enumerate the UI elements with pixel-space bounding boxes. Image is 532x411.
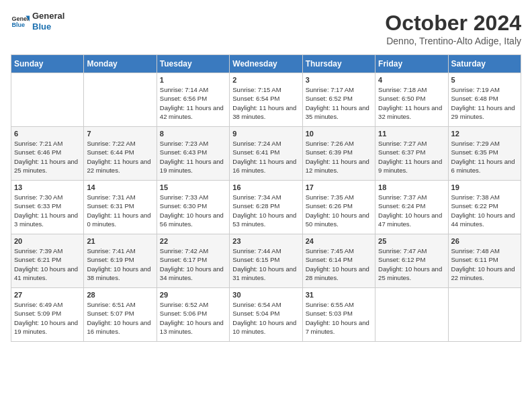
page-header: General Blue General Blue October 2024 D… [11,11,521,46]
weekday-header-monday: Monday [84,55,157,73]
day-info: Sunrise: 7:44 AM Sunset: 6:15 PM Dayligh… [232,246,299,282]
weekday-header-friday: Friday [375,55,448,73]
calendar-cell: 26Sunrise: 7:48 AM Sunset: 6:11 PM Dayli… [448,234,521,288]
day-number: 21 [87,237,153,245]
day-info: Sunrise: 7:35 AM Sunset: 6:26 PM Dayligh… [306,193,372,228]
day-number: 8 [160,130,226,138]
day-number: 5 [451,76,518,84]
day-number: 13 [14,183,81,191]
day-number: 16 [232,183,299,191]
day-number: 9 [232,130,299,138]
day-number: 12 [451,130,518,138]
day-number: 4 [378,76,445,84]
day-info: Sunrise: 7:23 AM Sunset: 6:43 PM Dayligh… [160,139,226,175]
day-number: 1 [160,76,226,84]
day-info: Sunrise: 7:18 AM Sunset: 6:50 PM Dayligh… [378,85,445,121]
calendar-cell: 15Sunrise: 7:33 AM Sunset: 6:30 PM Dayli… [157,181,229,234]
calendar-table: SundayMondayTuesdayWednesdayThursdayFrid… [11,54,521,342]
day-info: Sunrise: 7:14 AM Sunset: 6:56 PM Dayligh… [160,85,226,121]
calendar-cell: 2Sunrise: 7:15 AM Sunset: 6:54 PM Daylig… [230,73,302,127]
calendar-cell: 30Sunrise: 6:54 AM Sunset: 5:04 PM Dayli… [230,288,302,342]
weekday-header-row: SundayMondayTuesdayWednesdayThursdayFrid… [11,55,521,73]
day-number: 26 [451,237,518,245]
day-number: 31 [306,291,372,299]
calendar-week-4: 20Sunrise: 7:39 AM Sunset: 6:21 PM Dayli… [11,234,521,288]
calendar-week-3: 13Sunrise: 7:30 AM Sunset: 6:33 PM Dayli… [11,181,521,234]
day-info: Sunrise: 7:47 AM Sunset: 6:12 PM Dayligh… [378,246,445,282]
day-number: 15 [160,183,226,191]
calendar-cell: 16Sunrise: 7:34 AM Sunset: 6:28 PM Dayli… [230,181,302,234]
calendar-cell: 13Sunrise: 7:30 AM Sunset: 6:33 PM Dayli… [11,181,84,234]
day-info: Sunrise: 6:51 AM Sunset: 5:07 PM Dayligh… [87,300,153,336]
day-info: Sunrise: 7:21 AM Sunset: 6:46 PM Dayligh… [14,139,81,175]
day-number: 14 [87,183,153,191]
logo-icon: General Blue [11,12,30,31]
day-info: Sunrise: 6:55 AM Sunset: 5:03 PM Dayligh… [306,300,372,336]
calendar-cell: 19Sunrise: 7:38 AM Sunset: 6:22 PM Dayli… [448,181,521,234]
day-number: 28 [87,291,153,299]
calendar-cell: 20Sunrise: 7:39 AM Sunset: 6:21 PM Dayli… [11,234,84,288]
day-info: Sunrise: 7:26 AM Sunset: 6:39 PM Dayligh… [306,139,372,175]
calendar-cell: 28Sunrise: 6:51 AM Sunset: 5:07 PM Dayli… [84,288,157,342]
calendar-cell: 14Sunrise: 7:31 AM Sunset: 6:31 PM Dayli… [84,181,157,234]
day-number: 24 [306,237,372,245]
day-number: 25 [378,237,445,245]
day-info: Sunrise: 7:24 AM Sunset: 6:41 PM Dayligh… [232,139,299,175]
day-info: Sunrise: 7:41 AM Sunset: 6:19 PM Dayligh… [87,246,153,282]
calendar-cell: 25Sunrise: 7:47 AM Sunset: 6:12 PM Dayli… [375,234,448,288]
calendar-cell: 8Sunrise: 7:23 AM Sunset: 6:43 PM Daylig… [157,127,229,181]
day-info: Sunrise: 7:42 AM Sunset: 6:17 PM Dayligh… [160,246,226,282]
calendar-cell: 6Sunrise: 7:21 AM Sunset: 6:46 PM Daylig… [11,127,84,181]
day-info: Sunrise: 7:15 AM Sunset: 6:54 PM Dayligh… [232,85,299,121]
calendar-cell: 17Sunrise: 7:35 AM Sunset: 6:26 PM Dayli… [302,181,375,234]
day-number: 11 [378,130,445,138]
calendar-cell: 10Sunrise: 7:26 AM Sunset: 6:39 PM Dayli… [302,127,375,181]
calendar-cell: 11Sunrise: 7:27 AM Sunset: 6:37 PM Dayli… [375,127,448,181]
calendar-cell [448,288,521,342]
calendar-cell: 18Sunrise: 7:37 AM Sunset: 6:24 PM Dayli… [375,181,448,234]
day-info: Sunrise: 7:38 AM Sunset: 6:22 PM Dayligh… [451,193,518,228]
calendar-week-5: 27Sunrise: 6:49 AM Sunset: 5:09 PM Dayli… [11,288,521,342]
location-subtitle: Denno, Trentino-Alto Adige, Italy [385,36,521,46]
day-number: 19 [451,183,518,191]
day-number: 18 [378,183,445,191]
day-info: Sunrise: 7:30 AM Sunset: 6:33 PM Dayligh… [14,193,81,228]
day-number: 30 [232,291,299,299]
weekday-header-sunday: Sunday [11,55,84,73]
calendar-cell [11,73,84,127]
day-info: Sunrise: 7:29 AM Sunset: 6:35 PM Dayligh… [451,139,518,175]
title-block: October 2024 Denno, Trentino-Alto Adige,… [385,11,521,46]
weekday-header-saturday: Saturday [448,55,521,73]
weekday-header-thursday: Thursday [302,55,375,73]
day-number: 7 [87,130,153,138]
calendar-cell: 3Sunrise: 7:17 AM Sunset: 6:52 PM Daylig… [302,73,375,127]
logo-line2: Blue [32,21,64,32]
day-number: 29 [160,291,226,299]
calendar-cell: 1Sunrise: 7:14 AM Sunset: 6:56 PM Daylig… [157,73,229,127]
day-number: 22 [160,237,226,245]
day-number: 10 [306,130,372,138]
calendar-cell: 24Sunrise: 7:45 AM Sunset: 6:14 PM Dayli… [302,234,375,288]
calendar-cell: 29Sunrise: 6:52 AM Sunset: 5:06 PM Dayli… [157,288,229,342]
calendar-week-2: 6Sunrise: 7:21 AM Sunset: 6:46 PM Daylig… [11,127,521,181]
day-info: Sunrise: 6:54 AM Sunset: 5:04 PM Dayligh… [232,300,299,336]
day-info: Sunrise: 6:49 AM Sunset: 5:09 PM Dayligh… [14,300,81,336]
calendar-cell: 31Sunrise: 6:55 AM Sunset: 5:03 PM Dayli… [302,288,375,342]
calendar-cell: 12Sunrise: 7:29 AM Sunset: 6:35 PM Dayli… [448,127,521,181]
day-info: Sunrise: 7:22 AM Sunset: 6:44 PM Dayligh… [87,139,153,175]
day-info: Sunrise: 7:37 AM Sunset: 6:24 PM Dayligh… [378,193,445,228]
logo: General Blue General Blue [11,11,64,32]
day-info: Sunrise: 7:45 AM Sunset: 6:14 PM Dayligh… [306,246,372,282]
calendar-cell [375,288,448,342]
calendar-cell: 4Sunrise: 7:18 AM Sunset: 6:50 PM Daylig… [375,73,448,127]
calendar-cell: 21Sunrise: 7:41 AM Sunset: 6:19 PM Dayli… [84,234,157,288]
day-number: 17 [306,183,372,191]
day-number: 20 [14,237,81,245]
day-info: Sunrise: 7:19 AM Sunset: 6:48 PM Dayligh… [451,85,518,121]
day-info: Sunrise: 7:39 AM Sunset: 6:21 PM Dayligh… [14,246,81,282]
day-info: Sunrise: 7:34 AM Sunset: 6:28 PM Dayligh… [232,193,299,228]
day-number: 6 [14,130,81,138]
day-info: Sunrise: 6:52 AM Sunset: 5:06 PM Dayligh… [160,300,226,336]
day-info: Sunrise: 7:27 AM Sunset: 6:37 PM Dayligh… [378,139,445,175]
calendar-cell: 7Sunrise: 7:22 AM Sunset: 6:44 PM Daylig… [84,127,157,181]
